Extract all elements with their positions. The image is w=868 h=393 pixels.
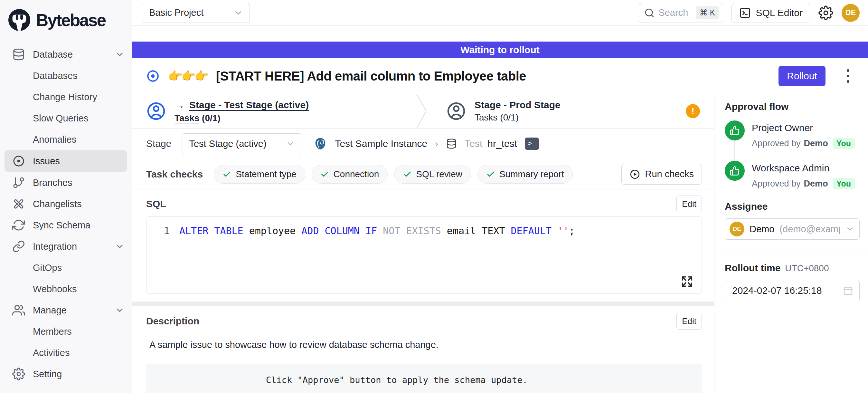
sidebar-item-setting[interactable]: Setting	[0, 363, 132, 385]
description-code-block: Click "Approve" button to apply the sche…	[146, 364, 702, 393]
sidebar-item-issues[interactable]: Issues	[4, 150, 127, 172]
sidebar-item-branches[interactable]: Branches	[0, 172, 132, 193]
run-checks-label: Run checks	[645, 169, 694, 179]
check-pill-sql-review[interactable]: SQL review	[394, 165, 471, 184]
sidebar-item-label: Members	[33, 326, 72, 337]
chevron-down-icon	[115, 242, 125, 251]
check-pill-summary-report[interactable]: Summary report	[477, 165, 573, 184]
rollout-button[interactable]: Rollout	[778, 66, 826, 86]
sidebar-item-label: Sync Schema	[33, 220, 90, 231]
issue-detail-column: → Stage - Test Stage (active) Tasks (0/1…	[132, 94, 714, 393]
gear-icon	[12, 367, 25, 381]
approver-name: Demo	[804, 139, 828, 149]
check-icon	[222, 170, 231, 179]
you-badge: You	[833, 138, 855, 149]
sql-edit-button[interactable]: Edit	[676, 195, 702, 212]
assignee-select[interactable]: DE Demo (demo@example	[725, 218, 860, 240]
search-icon	[644, 8, 655, 18]
sidebar-item-label: Database	[33, 49, 73, 60]
instance-link[interactable]: Test Sample Instance	[335, 138, 427, 149]
expand-fullscreen-icon[interactable]	[681, 275, 693, 288]
sidebar-item-slow-queries[interactable]: Slow Queries	[0, 108, 132, 129]
stage-separator-chevron	[415, 94, 428, 128]
search-placeholder: Search	[658, 7, 691, 18]
sidebar-item-database[interactable]: Database	[0, 44, 132, 65]
stage-select-label: Stage	[146, 138, 171, 149]
sidebar-item-webhooks[interactable]: Webhooks	[0, 278, 132, 300]
stage-name: Stage - Test Stage (active)	[189, 99, 309, 111]
sidebar-item-label: Issues	[33, 156, 60, 167]
sidebar-item-label: Webhooks	[33, 284, 77, 295]
bytebase-logo[interactable]: Bytebase	[0, 4, 132, 35]
breadcrumb-separator: ›	[435, 138, 438, 149]
sql-editor-button[interactable]: SQL Editor	[732, 3, 810, 23]
check-label: SQL review	[416, 169, 462, 179]
main-area: Basic Project Search ⌘ K SQL Editor DE W…	[132, 0, 868, 393]
description-section: Description Edit A sample issue to showc…	[132, 306, 714, 393]
sidebar-item-manage[interactable]: Manage	[0, 300, 132, 321]
issue-sidebar-panel: Approval flow Project Owner Approved by …	[714, 94, 868, 393]
rollout-time-input[interactable]: 2024-02-07 16:25:18	[725, 280, 860, 301]
sql-code-line: 1 ALTER TABLE employee ADD COLUMN IF NOT…	[147, 225, 702, 237]
sidebar-item-label: Anomalies	[33, 134, 76, 145]
assignee-email: (demo@example	[779, 224, 840, 235]
stage-tasks-link[interactable]: Tasks	[474, 113, 498, 122]
description-edit-button[interactable]: Edit	[676, 313, 702, 330]
bytebase-logo-icon	[7, 8, 32, 32]
project-selector[interactable]: Basic Project	[142, 3, 250, 23]
page-title: [START HERE] Add email column to Employe…	[216, 69, 526, 84]
search-shortcut-kbd: ⌘ K	[696, 6, 719, 19]
stage-name: Stage - Prod Stage	[474, 99, 561, 111]
sidebar-item-activities[interactable]: Activities	[0, 342, 132, 363]
sidebar-nav: Database Databases Change History Slow Q…	[0, 44, 132, 385]
approval-flow-title: Approval flow	[725, 101, 860, 112]
sidebar-item-integration[interactable]: Integration	[0, 236, 132, 257]
search-input[interactable]: Search ⌘ K	[639, 3, 723, 23]
link-icon	[12, 240, 25, 253]
stage-select-row: Stage Test Stage (active) Test Sample In…	[132, 128, 714, 159]
approval-status: Approved by	[752, 139, 801, 149]
check-label: Summary report	[499, 169, 564, 179]
user-circle-icon	[446, 101, 466, 121]
sidebar-item-anomalies[interactable]: Anomalies	[0, 129, 132, 150]
stage-card-test[interactable]: → Stage - Test Stage (active) Tasks (0/1…	[132, 94, 415, 128]
check-pill-connection[interactable]: Connection	[312, 165, 388, 184]
sidebar-item-databases[interactable]: Databases	[0, 65, 132, 86]
more-menu-icon[interactable]	[847, 69, 849, 83]
sidebar-item-change-history[interactable]: Change History	[0, 86, 132, 108]
active-stage-arrow: →	[175, 99, 185, 111]
sidebar-item-label: Integration	[33, 241, 77, 252]
sidebar-item-members[interactable]: Members	[0, 321, 132, 342]
check-pill-statement-type[interactable]: Statement type	[214, 165, 305, 184]
gear-icon[interactable]	[818, 5, 833, 20]
stage-band: → Stage - Test Stage (active) Tasks (0/1…	[132, 94, 714, 128]
sql-statement: ALTER TABLE employee ADD COLUMN IF NOT E…	[179, 225, 575, 237]
sidebar-item-gitops[interactable]: GitOps	[0, 257, 132, 278]
task-checks-label: Task checks	[146, 169, 203, 180]
user-circle-icon	[146, 101, 166, 121]
assignee-name: Demo	[749, 224, 774, 235]
users-icon	[12, 304, 25, 316]
section-divider	[132, 302, 714, 306]
approval-role: Project Owner	[752, 122, 855, 133]
database-link[interactable]: hr_test	[488, 138, 517, 149]
calendar-icon[interactable]	[843, 285, 854, 296]
rollout-timezone: UTC+0800	[785, 263, 829, 273]
open-sql-editor-icon[interactable]: >_	[525, 138, 539, 150]
issue-title-row: 👉👉👉 [START HERE] Add email column to Emp…	[132, 58, 868, 94]
sql-code-editor[interactable]: 1 ALTER TABLE employee ADD COLUMN IF NOT…	[146, 216, 702, 294]
sidebar-item-label: Changelists	[33, 199, 82, 209]
run-checks-button[interactable]: Run checks	[621, 164, 702, 185]
project-selector-value: Basic Project	[149, 7, 204, 18]
stage-tasks-link[interactable]: Tasks	[175, 113, 199, 123]
approval-role: Workspace Admin	[752, 163, 855, 174]
task-checks-row: Task checks Statement type Connection SQ…	[132, 159, 714, 189]
environment-label: Test	[465, 138, 482, 149]
stage-select[interactable]: Test Stage (active)	[182, 133, 301, 154]
stage-card-prod[interactable]: Stage - Prod Stage Tasks (0/1) !	[428, 94, 714, 128]
brand-name: Bytebase	[36, 10, 105, 30]
sidebar-item-changelists[interactable]: Changelists	[0, 193, 132, 215]
sidebar-item-sync-schema[interactable]: Sync Schema	[0, 215, 132, 236]
stage-select-value: Test Stage (active)	[189, 139, 266, 149]
user-avatar[interactable]: DE	[842, 4, 860, 22]
